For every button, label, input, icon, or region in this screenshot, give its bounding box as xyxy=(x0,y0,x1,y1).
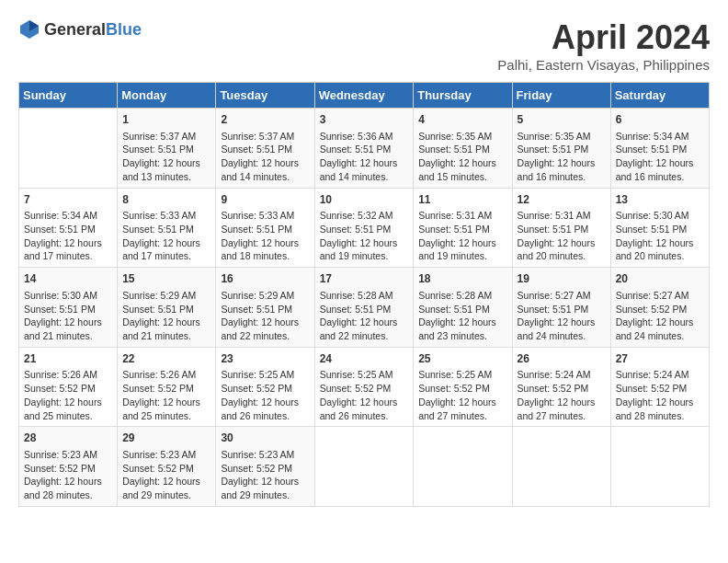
day-info: Daylight: 12 hours xyxy=(418,156,506,170)
day-number: 24 xyxy=(320,351,409,367)
calendar-cell: 6Sunrise: 5:34 AMSunset: 5:51 PMDaylight… xyxy=(610,109,709,189)
day-info: and 27 minutes. xyxy=(418,409,506,423)
day-info: Sunrise: 5:30 AM xyxy=(24,289,112,303)
day-number: 28 xyxy=(24,431,112,446)
calendar-cell: 24Sunrise: 5:25 AMSunset: 5:52 PMDayligh… xyxy=(314,347,414,427)
calendar-week-row: 14Sunrise: 5:30 AMSunset: 5:51 PMDayligh… xyxy=(19,268,710,348)
day-info: Daylight: 12 hours xyxy=(221,396,309,409)
day-info: Daylight: 12 hours xyxy=(24,396,112,409)
day-number: 14 xyxy=(24,271,112,287)
day-info: Sunrise: 5:27 AM xyxy=(518,289,606,303)
calendar-cell xyxy=(610,427,709,507)
calendar-cell: 10Sunrise: 5:32 AMSunset: 5:51 PMDayligh… xyxy=(314,188,414,268)
day-info: Daylight: 12 hours xyxy=(24,236,112,250)
day-info: and 17 minutes. xyxy=(122,249,210,263)
day-info: Daylight: 12 hours xyxy=(518,156,606,170)
day-number: 23 xyxy=(221,351,309,367)
day-info: Sunset: 5:52 PM xyxy=(221,382,309,396)
day-info: Sunset: 5:51 PM xyxy=(221,143,309,156)
day-info: Sunrise: 5:34 AM xyxy=(616,130,704,144)
day-number: 22 xyxy=(122,351,210,367)
day-info: and 22 minutes. xyxy=(221,329,309,343)
calendar-cell: 16Sunrise: 5:29 AMSunset: 5:51 PMDayligh… xyxy=(216,268,314,348)
day-info: Sunset: 5:51 PM xyxy=(221,223,309,236)
calendar-cell: 25Sunrise: 5:25 AMSunset: 5:52 PMDayligh… xyxy=(414,347,512,427)
day-info: Sunrise: 5:36 AM xyxy=(320,130,409,144)
day-info: Daylight: 12 hours xyxy=(320,396,409,409)
day-number: 29 xyxy=(122,431,210,446)
day-info: Daylight: 12 hours xyxy=(418,316,506,329)
day-info: and 20 minutes. xyxy=(616,249,704,263)
day-info: Daylight: 12 hours xyxy=(518,236,606,250)
day-info: and 29 minutes. xyxy=(221,488,309,502)
calendar-cell: 30Sunrise: 5:23 AMSunset: 5:52 PMDayligh… xyxy=(216,427,314,507)
day-info: Sunrise: 5:30 AM xyxy=(616,209,704,223)
day-number: 3 xyxy=(320,112,409,128)
day-number: 12 xyxy=(518,192,606,208)
calendar-header: SundayMondayTuesdayWednesdayThursdayFrid… xyxy=(19,83,710,109)
day-number: 26 xyxy=(518,351,606,367)
calendar-cell xyxy=(19,109,118,189)
calendar-cell xyxy=(414,427,512,507)
calendar-cell: 4Sunrise: 5:35 AMSunset: 5:51 PMDaylight… xyxy=(414,109,512,189)
day-info: Daylight: 12 hours xyxy=(122,316,210,329)
day-info: Sunset: 5:51 PM xyxy=(418,303,506,316)
day-info: Daylight: 12 hours xyxy=(518,396,606,409)
day-info: Sunrise: 5:35 AM xyxy=(418,130,506,144)
day-info: and 28 minutes. xyxy=(24,488,112,502)
month-title: April 2024 xyxy=(497,18,710,57)
day-info: Daylight: 12 hours xyxy=(518,316,606,329)
calendar-cell: 23Sunrise: 5:25 AMSunset: 5:52 PMDayligh… xyxy=(216,347,314,427)
day-info: Daylight: 12 hours xyxy=(418,236,506,250)
day-info: Sunset: 5:51 PM xyxy=(616,143,704,156)
day-info: Sunrise: 5:24 AM xyxy=(518,368,606,382)
day-info: and 23 minutes. xyxy=(418,329,506,343)
day-info: Sunrise: 5:37 AM xyxy=(221,130,309,144)
day-number: 1 xyxy=(122,112,210,128)
calendar-week-row: 28Sunrise: 5:23 AMSunset: 5:52 PMDayligh… xyxy=(19,427,710,507)
day-info: Sunrise: 5:27 AM xyxy=(616,289,704,303)
calendar-cell: 5Sunrise: 5:35 AMSunset: 5:51 PMDaylight… xyxy=(512,109,610,189)
location: Palhi, Eastern Visayas, Philippines xyxy=(497,57,710,73)
day-info: Daylight: 12 hours xyxy=(221,156,309,170)
day-info: Sunset: 5:51 PM xyxy=(122,223,210,236)
day-number: 9 xyxy=(221,192,309,208)
day-number: 13 xyxy=(616,192,704,208)
day-info: Sunrise: 5:25 AM xyxy=(418,368,506,382)
weekday-row: SundayMondayTuesdayWednesdayThursdayFrid… xyxy=(19,83,710,109)
day-info: Sunrise: 5:31 AM xyxy=(418,209,506,223)
calendar-cell: 21Sunrise: 5:26 AMSunset: 5:52 PMDayligh… xyxy=(19,347,118,427)
day-info: Sunset: 5:51 PM xyxy=(418,143,506,156)
day-info: and 20 minutes. xyxy=(518,249,606,263)
day-number: 17 xyxy=(320,271,409,287)
day-info: Daylight: 12 hours xyxy=(221,475,309,488)
day-number: 19 xyxy=(518,271,606,287)
day-info: Daylight: 12 hours xyxy=(24,475,112,488)
day-info: Sunset: 5:52 PM xyxy=(418,382,506,396)
day-info: Sunrise: 5:37 AM xyxy=(122,130,210,144)
calendar-cell: 7Sunrise: 5:34 AMSunset: 5:51 PMDaylight… xyxy=(19,188,118,268)
day-number: 5 xyxy=(518,112,606,128)
day-number: 30 xyxy=(221,431,309,446)
logo-icon xyxy=(18,18,40,40)
day-number: 2 xyxy=(221,112,309,128)
calendar-cell: 26Sunrise: 5:24 AMSunset: 5:52 PMDayligh… xyxy=(512,347,610,427)
day-info: Sunrise: 5:25 AM xyxy=(221,368,309,382)
calendar-cell: 20Sunrise: 5:27 AMSunset: 5:52 PMDayligh… xyxy=(610,268,709,348)
calendar-cell: 27Sunrise: 5:24 AMSunset: 5:52 PMDayligh… xyxy=(610,347,709,427)
day-info: Daylight: 12 hours xyxy=(221,316,309,329)
calendar-body: 1Sunrise: 5:37 AMSunset: 5:51 PMDaylight… xyxy=(19,109,710,507)
day-info: and 13 minutes. xyxy=(122,170,210,184)
day-info: Sunset: 5:51 PM xyxy=(518,303,606,316)
calendar-cell: 22Sunrise: 5:26 AMSunset: 5:52 PMDayligh… xyxy=(118,347,216,427)
day-info: Daylight: 12 hours xyxy=(616,156,704,170)
calendar-week-row: 7Sunrise: 5:34 AMSunset: 5:51 PMDaylight… xyxy=(19,188,710,268)
weekday-header: Thursday xyxy=(414,83,512,109)
day-info: Sunset: 5:52 PM xyxy=(518,382,606,396)
day-info: Sunset: 5:52 PM xyxy=(24,382,112,396)
calendar-cell xyxy=(512,427,610,507)
day-info: and 14 minutes. xyxy=(320,170,409,184)
day-info: Sunset: 5:51 PM xyxy=(122,303,210,316)
day-info: Sunset: 5:52 PM xyxy=(320,382,409,396)
day-info: and 28 minutes. xyxy=(616,409,704,423)
